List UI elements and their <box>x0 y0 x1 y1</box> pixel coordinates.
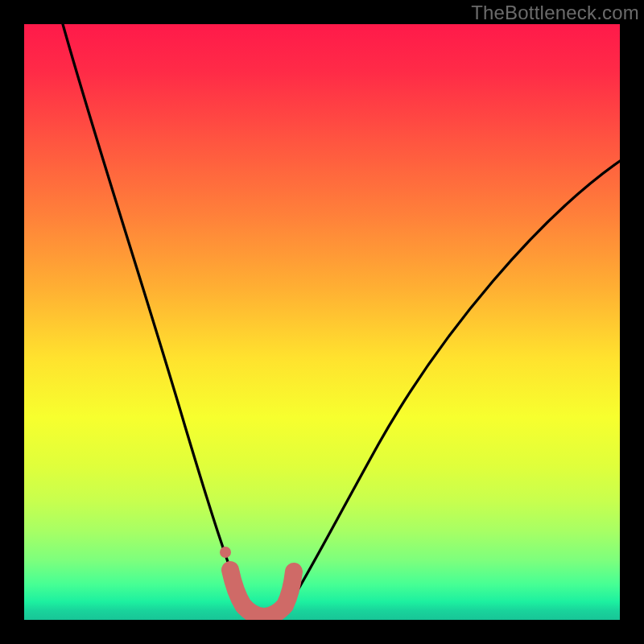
plot-frame <box>24 24 620 620</box>
left-arm-curve <box>63 24 248 617</box>
right-arm-curve <box>282 161 620 617</box>
watermark-text: TheBottleneck.com <box>471 2 639 24</box>
salmon-marker-dot <box>220 547 231 558</box>
valley-highlight <box>230 570 294 617</box>
curve-overlay <box>24 24 620 620</box>
